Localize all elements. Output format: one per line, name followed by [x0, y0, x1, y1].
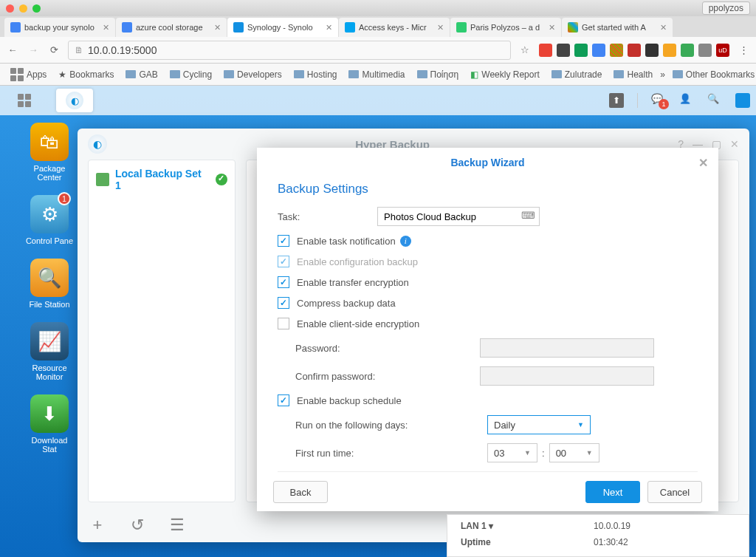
ext-icon[interactable]	[645, 44, 659, 57]
next-button[interactable]: Next	[585, 481, 640, 503]
checkbox-label: Compress backup data	[297, 298, 396, 309]
widgets-icon[interactable]	[735, 93, 750, 108]
apps-icon	[10, 68, 24, 81]
ext-icon[interactable]	[574, 44, 588, 57]
client-side-encryption-checkbox[interactable]	[278, 318, 289, 329]
browser-tab[interactable]: Access keys - Micr✕	[339, 18, 450, 37]
frequency-select[interactable]: Daily▼	[487, 415, 591, 434]
traffic-lights[interactable]	[6, 4, 41, 13]
lastpass-icon[interactable]	[628, 44, 641, 57]
desktop-icon-package-center[interactable]: 🛍Package Center	[24, 123, 75, 182]
backup-task-item[interactable]: Local Backup Set 1	[96, 168, 227, 191]
bookmark-folder[interactable]: Zulutrade	[547, 68, 607, 81]
compress-backup-checkbox[interactable]	[278, 297, 289, 309]
ext-icon[interactable]	[663, 44, 676, 57]
folder-icon	[417, 70, 427, 78]
enable-schedule-checkbox[interactable]	[278, 394, 289, 406]
bookmark-folder[interactable]: Health	[609, 68, 657, 81]
close-tab-icon[interactable]: ✕	[549, 23, 555, 33]
ext-icon[interactable]	[698, 44, 712, 57]
task-label: Task:	[278, 211, 377, 222]
package-center-icon: 🛍	[30, 123, 69, 161]
bookmark-folder[interactable]: Ποίηση	[413, 68, 464, 81]
reload-icon[interactable]: ⟳	[47, 44, 61, 57]
keyboard-icon[interactable]: ⌨	[521, 210, 535, 221]
search-icon[interactable]: 🔍	[707, 93, 722, 108]
close-tab-icon[interactable]: ✕	[660, 23, 667, 33]
cancel-button[interactable]: Cancel	[647, 481, 702, 503]
close-tab-icon[interactable]: ✕	[214, 23, 221, 33]
close-tab-icon[interactable]: ✕	[103, 23, 109, 33]
enable-notification-checkbox[interactable]	[278, 235, 289, 247]
bookmark-label: Zulutrade	[565, 69, 602, 80]
bookmark-folder[interactable]: Developers	[219, 68, 286, 81]
desktop-icon-file-station[interactable]: 🔍File Station	[24, 259, 75, 309]
task-name-input[interactable]	[377, 207, 540, 226]
menu-icon[interactable]: ⋮	[737, 44, 750, 57]
info-icon[interactable]: i	[400, 236, 411, 247]
maximize-window-icon[interactable]	[32, 4, 41, 13]
browser-tab[interactable]: Paris Polyzos – a d✕	[450, 18, 561, 37]
lan-label[interactable]: LAN 1 ▾	[461, 521, 594, 531]
checkbox-label: Enable task notification	[297, 236, 396, 247]
taskbar-app-hyperbackup[interactable]: ◐	[56, 89, 93, 112]
chat-icon[interactable]: 💬1	[651, 93, 666, 108]
browser-tab[interactable]: azure cool storage✕	[116, 18, 227, 37]
overflow-icon[interactable]: »	[660, 69, 665, 80]
bookmark-item[interactable]: ★ Bookmarks	[54, 68, 118, 81]
add-task-button[interactable]: +	[88, 516, 107, 535]
back-button[interactable]: Back	[273, 481, 328, 503]
hour-select[interactable]: 03▼	[487, 443, 537, 462]
show-desktop-button[interactable]	[6, 89, 43, 112]
profile-button[interactable]: ppolyzos	[702, 1, 750, 15]
ublock-icon[interactable]: uD	[716, 44, 729, 57]
version-history-button[interactable]: ↺	[128, 516, 147, 535]
chevron-down-icon: ▼	[586, 449, 593, 457]
close-tab-icon[interactable]: ✕	[326, 23, 332, 33]
close-window-icon[interactable]	[6, 4, 14, 13]
bookmark-label: Apps	[27, 69, 47, 80]
checkbox-label: Enable transfer encryption	[297, 277, 409, 288]
upload-icon[interactable]: ⬆	[609, 93, 624, 108]
tab-label: Access keys - Micr	[359, 23, 427, 32]
first-run-label: First run time:	[295, 448, 487, 459]
site-icon	[456, 22, 467, 33]
bookmark-label: Multimedia	[362, 69, 405, 80]
google-icon	[122, 22, 132, 33]
divider	[278, 471, 698, 472]
bookmark-folder[interactable]: Hosting	[289, 68, 342, 81]
ext-icon[interactable]	[592, 44, 605, 57]
browser-tab[interactable]: backup your synolo✕	[4, 18, 115, 37]
close-tab-icon[interactable]: ✕	[437, 23, 444, 33]
pocket-icon[interactable]	[557, 44, 570, 57]
desktop-icon-resource-monitor[interactable]: 📈Resource Monitor	[24, 322, 75, 381]
close-icon[interactable]: ✕	[730, 138, 739, 150]
bookmark-folder[interactable]: Other Bookmarks	[668, 68, 756, 81]
desktop-icon-download-station[interactable]: ⬇Download Stat	[24, 394, 75, 454]
minimize-window-icon[interactable]	[19, 4, 27, 13]
browser-tab[interactable]: Get started with A✕	[562, 18, 673, 37]
ext-icon[interactable]	[610, 44, 623, 57]
folder-icon	[294, 70, 304, 78]
bookmark-folder[interactable]: Cycling	[165, 68, 216, 81]
ext-icon[interactable]	[681, 44, 694, 57]
bookmark-item[interactable]: ◧ Weekly Report	[466, 68, 543, 81]
minute-select[interactable]: 00▼	[549, 443, 599, 462]
select-value: 00	[556, 448, 566, 459]
apps-button[interactable]: Apps	[6, 66, 51, 83]
logs-button[interactable]: ☰	[168, 516, 187, 535]
enable-transfer-encryption-checkbox[interactable]	[278, 276, 289, 288]
bookmark-folder[interactable]: Multimedia	[344, 68, 409, 81]
backup-wizard-modal: Backup Wizard ✕ Backup Settings Task: ⌨ …	[257, 148, 718, 511]
star-icon[interactable]: ☆	[518, 44, 532, 57]
forward-icon[interactable]: →	[27, 44, 40, 57]
url-input[interactable]: 🗎 10.0.0.19:5000	[68, 41, 511, 60]
wizard-footer: Back Next Cancel	[257, 473, 718, 511]
back-icon[interactable]: ←	[6, 44, 19, 57]
gmail-icon[interactable]	[539, 44, 552, 57]
bookmark-folder[interactable]: GAB	[121, 68, 162, 81]
user-icon[interactable]: 👤	[679, 93, 694, 108]
close-icon[interactable]: ✕	[698, 156, 708, 170]
desktop-icon-control-panel[interactable]: ⚙1Control Pane	[24, 195, 75, 245]
browser-tab-active[interactable]: Synology - Synolo✕	[227, 18, 338, 37]
